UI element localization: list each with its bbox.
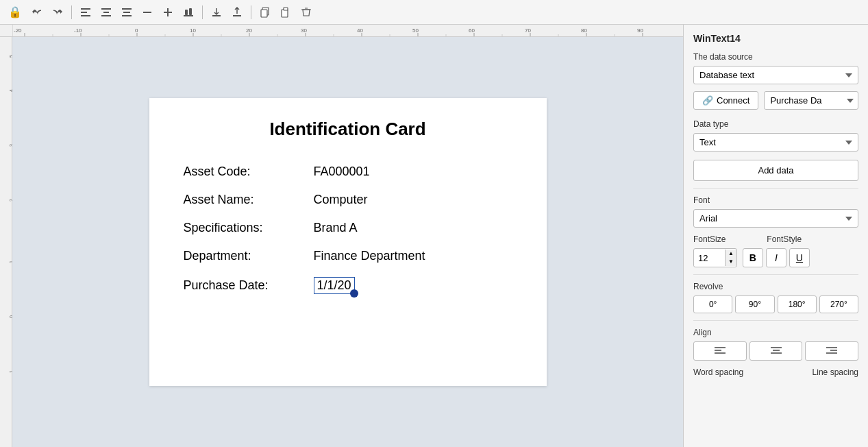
align-bottom-button[interactable] — [180, 5, 197, 19]
asset-code-row: Asset Code: FA000001 — [184, 165, 512, 179]
revolve-180-button[interactable]: 180° — [778, 295, 817, 313]
svg-text:10: 10 — [190, 27, 196, 34]
ruler-h-svg: -20 -10 0 10 20 30 40 50 — [12, 25, 683, 36]
svg-rect-12 — [184, 15, 193, 16]
panel-title: WinText14 — [693, 33, 858, 44]
font-select[interactable]: Arial Times New Roman Courier New — [693, 209, 858, 228]
trash-button[interactable] — [298, 5, 314, 19]
main-content: -20 -10 0 10 20 30 40 50 — [0, 25, 868, 447]
svg-rect-7 — [123, 12, 130, 13]
svg-rect-6 — [122, 8, 132, 10]
svg-rect-1 — [81, 12, 87, 13]
specifications-value: Brand A — [314, 221, 358, 235]
canvas-content: Identification Card Asset Code: FA000001… — [12, 37, 683, 447]
fontsize-down-button[interactable]: ▼ — [726, 258, 736, 266]
fontsize-up-button[interactable]: ▲ — [726, 250, 736, 258]
asset-code-label: Asset Code: — [184, 165, 314, 179]
asset-code-value: FA000001 — [314, 165, 370, 179]
connect-button[interactable]: 🔗 Connect — [693, 91, 758, 110]
fontsize-wrapper: ▲ ▼ — [693, 248, 737, 267]
link-icon: 🔗 — [702, 95, 713, 106]
svg-text:0: 0 — [135, 27, 138, 34]
ruler-v-svg: 5 4 3 2 1 0 1 — [0, 37, 12, 447]
fontsize-label: FontSize — [693, 234, 726, 244]
revolve-90-button[interactable]: 90° — [735, 295, 774, 313]
datasource-select[interactable]: Database text Static text — [693, 66, 858, 84]
font-labels-row: FontSize FontStyle — [693, 234, 858, 244]
ruler-horizontal: -20 -10 0 10 20 30 40 50 — [0, 25, 683, 37]
svg-rect-18 — [261, 10, 267, 17]
svg-rect-19 — [282, 10, 288, 17]
canvas-area: -20 -10 0 10 20 30 40 50 — [0, 25, 683, 447]
svg-text:-10: -10 — [74, 27, 82, 34]
italic-button[interactable]: I — [766, 248, 786, 267]
purchase-date-label: Purchase Date: — [184, 278, 314, 293]
lock-button[interactable]: 🔒 — [5, 4, 25, 20]
svg-rect-8 — [122, 15, 132, 16]
svg-text:70: 70 — [525, 27, 531, 34]
department-row: Department: Finance Department — [184, 249, 512, 263]
card-fields: Asset Code: FA000001 Asset Name: Compute… — [184, 165, 512, 294]
svg-text:20: 20 — [246, 27, 252, 34]
underline-button[interactable]: U — [789, 248, 810, 267]
asset-name-value: Computer — [314, 193, 368, 207]
svg-text:-20: -20 — [14, 27, 22, 34]
font-label: Font — [693, 195, 858, 205]
add-button[interactable] — [160, 5, 176, 19]
align-label: Align — [693, 328, 858, 337]
redo-button[interactable] — [49, 5, 66, 19]
align-center-button[interactable] — [749, 341, 803, 361]
purchase-date-row: Purchase Date: 1/1/20 — [184, 277, 512, 294]
card-title: Identification Card — [184, 119, 512, 140]
datasource-label: The data source — [693, 52, 858, 62]
undo-button[interactable] — [29, 5, 45, 19]
svg-text:50: 50 — [412, 27, 419, 34]
svg-rect-0 — [81, 8, 90, 10]
word-spacing-label: Word spacing — [693, 367, 743, 377]
distribute-h-button[interactable] — [119, 5, 135, 19]
paste-button[interactable] — [277, 5, 294, 19]
revolve-270-button[interactable]: 270° — [819, 295, 858, 313]
revolve-buttons: 0° 90° 180° 270° — [693, 295, 858, 313]
separator-3 — [251, 5, 251, 19]
right-panel: WinText14 The data source Database text … — [683, 25, 868, 447]
asset-name-row: Asset Name: Computer — [184, 193, 512, 207]
svg-rect-15 — [212, 15, 221, 16]
svg-rect-14 — [189, 8, 192, 15]
svg-rect-11 — [167, 8, 169, 16]
revolve-0-button[interactable]: 0° — [693, 295, 732, 313]
fontsize-input[interactable] — [694, 250, 725, 266]
bold-button[interactable]: B — [743, 248, 763, 267]
align-left-button[interactable] — [693, 341, 747, 361]
separator-1 — [71, 5, 72, 19]
datatype-select[interactable]: Text Number Date — [693, 133, 858, 152]
fontstyle-label: FontStyle — [767, 234, 802, 244]
fontsize-arrows: ▲ ▼ — [725, 250, 736, 265]
import-button[interactable] — [208, 5, 225, 19]
delete-button[interactable] — [139, 5, 156, 19]
export-button[interactable] — [229, 5, 245, 19]
svg-rect-5 — [101, 15, 111, 16]
connect-label: Connect — [717, 95, 749, 106]
divider-2 — [693, 274, 858, 275]
align-buttons — [693, 341, 858, 361]
purchase-select[interactable]: Purchase Da Asset Code Asset Name Specif… — [764, 91, 858, 110]
align-right-button[interactable] — [805, 341, 858, 361]
align-left-button[interactable] — [77, 5, 94, 19]
copy-button[interactable] — [257, 5, 273, 19]
id-card: Identification Card Asset Code: FA000001… — [149, 98, 547, 386]
department-label: Department: — [184, 249, 314, 263]
svg-rect-4 — [103, 12, 109, 13]
selection-handle[interactable] — [350, 289, 358, 298]
separator-2 — [202, 5, 203, 19]
svg-text:40: 40 — [357, 27, 363, 34]
department-value: Finance Department — [314, 249, 425, 263]
svg-rect-13 — [185, 10, 188, 15]
add-data-button[interactable]: Add data — [693, 160, 858, 181]
svg-rect-9 — [143, 12, 151, 13]
align-center-button[interactable] — [98, 5, 114, 19]
specifications-row: Specifications: Brand A — [184, 221, 512, 235]
spacing-labels: Word spacing Line spacing — [693, 367, 858, 377]
purchase-date-value[interactable]: 1/1/20 — [314, 277, 355, 294]
datatype-label: Data type — [693, 119, 858, 129]
